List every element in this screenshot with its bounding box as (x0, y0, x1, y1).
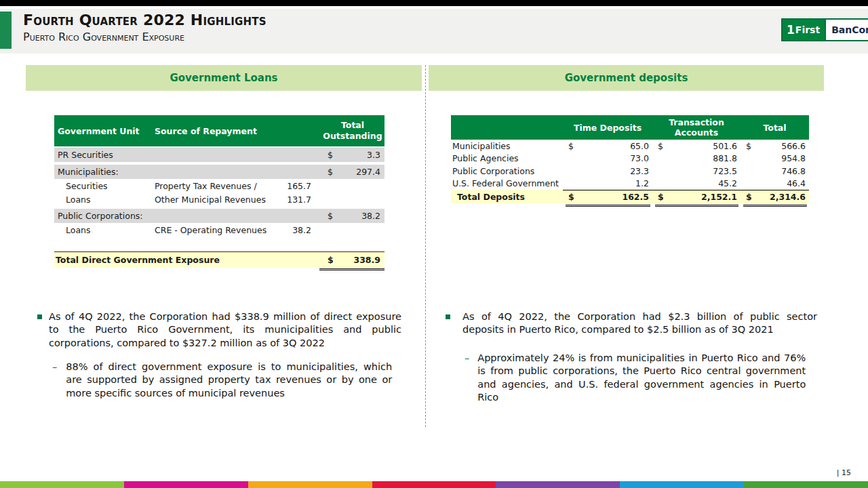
top-black-bar (0, 0, 868, 6)
double-underline (566, 205, 650, 207)
table-row: Municipalities: $ 297.4 (54, 165, 384, 179)
bullet-square-icon (446, 314, 450, 319)
table-row: Loans Other Municipal Revenues 131.7 (54, 192, 384, 206)
deposits-bullet: As of 4Q 2022, the Corporation had $2.3 … (446, 310, 817, 337)
table-row: Public Agencies 73.0 881.8 954.8 (451, 152, 809, 165)
table-row: PR Securities $ 3.3 (54, 148, 384, 162)
column-divider (425, 65, 426, 427)
page-number: | 15 (837, 468, 851, 477)
page-subtitle: Puerto Rico Government Exposure (23, 30, 184, 43)
loans-table-header: Government Unit Source of Repayment Tota… (54, 115, 384, 146)
dash-icon: – (52, 361, 57, 400)
deposits-total-row: Total Deposits $162.5 $2,152.1 $2,314.6 (451, 190, 809, 203)
table-row: Loans CRE - Operating Revenues 38.2 (54, 223, 384, 237)
table-row: Public Corporations: $ 38.2 (54, 209, 384, 223)
deposits-bullet-text: As of 4Q 2022, the Corporation had $2.3 … (462, 310, 817, 337)
bar-segment (248, 481, 372, 488)
deposits-sub-bullet: – Approximately 24% is from municipaliti… (465, 352, 809, 404)
loans-bullet-text: As of 4Q 2022, the Corporation had $338.… (49, 310, 401, 350)
government-loans-table: Government Unit Source of Repayment Tota… (54, 115, 384, 270)
bar-segment (0, 481, 124, 488)
government-loans-banner: Government Loans (26, 65, 422, 91)
double-underlines-row (451, 205, 809, 207)
table-row: Public Corporations 23.3 723.5 746.8 (451, 165, 809, 178)
government-deposits-banner: Government deposits (429, 65, 824, 91)
col-time-deposits: Time Deposits (563, 123, 652, 133)
firstbancorp-logo: 1 First BanCorp (781, 18, 868, 41)
table-row: Municipalities $65.0 $501.6 $566.6 (451, 140, 809, 152)
bar-segment (620, 481, 744, 488)
double-underline (655, 205, 738, 207)
government-deposits-table: Time Deposits Transaction Accounts Total… (451, 115, 809, 207)
logo-first-text: First (795, 24, 820, 35)
loans-sub-bullet: – 88% of direct government exposure is t… (52, 361, 395, 400)
bullet-square-icon (37, 314, 42, 319)
logo-bancorp-text: BanCorp (825, 20, 868, 40)
col-total-outstanding: Total Outstanding (321, 120, 384, 141)
table-row: Securities Property Tax Revenues / 165.7 (54, 179, 384, 192)
bar-segment (744, 481, 868, 488)
deposits-total-label: Total Deposits (451, 192, 563, 202)
bar-segment (372, 481, 496, 488)
col-transaction-accounts: Transaction Accounts (652, 117, 741, 138)
double-underline (743, 205, 807, 207)
table-row: U.S. Federal Government 1.2 45.2 46.4 (451, 178, 809, 190)
loans-sub-bullet-text: 88% of direct government exposure is to … (66, 361, 392, 400)
col-total: Total (741, 123, 809, 133)
deposits-sub-bullet-text: Approximately 24% is from municipalities… (477, 352, 806, 404)
double-underline (319, 268, 384, 270)
logo-green-segment: 1 First (783, 20, 825, 40)
deposits-table-header: Time Deposits Transaction Accounts Total (451, 115, 809, 140)
dash-icon: – (465, 352, 469, 404)
bar-segment (496, 481, 620, 488)
loans-bullet: As of 4Q 2022, the Corporation had $338.… (37, 310, 401, 350)
accent-green-block (0, 12, 12, 49)
col-government-unit: Government Unit (54, 126, 155, 136)
bar-segment (124, 481, 248, 488)
slide: Fourth Quarter 2022 Highlights Puerto Ri… (0, 0, 868, 488)
loans-total-row: Total Direct Government Exposure $ 338.9 (54, 251, 384, 267)
page-title: Fourth Quarter 2022 Highlights (23, 12, 267, 28)
col-source-of-repayment: Source of Repayment (155, 126, 273, 136)
footer-color-bar (0, 481, 868, 488)
loans-total-label: Total Direct Government Exposure (54, 255, 321, 265)
logo-number: 1 (787, 23, 795, 37)
